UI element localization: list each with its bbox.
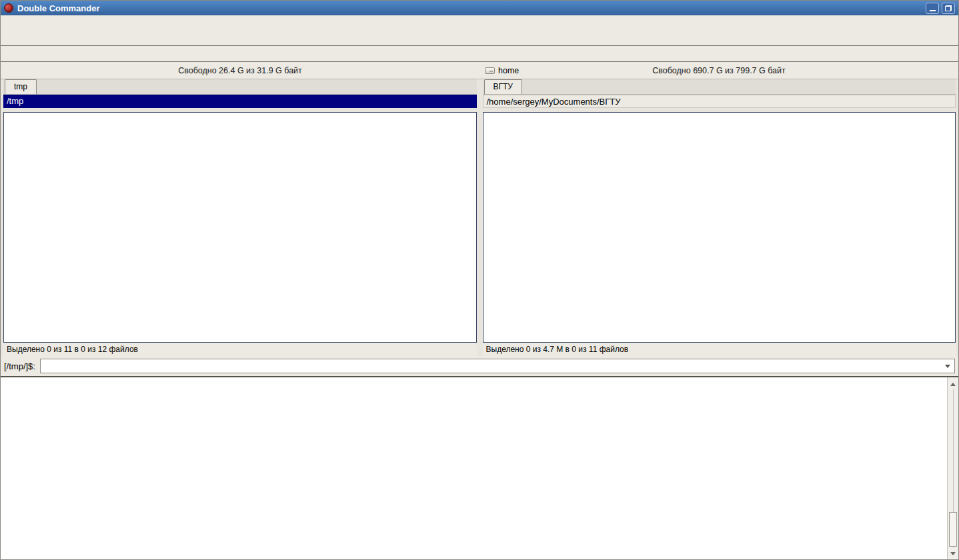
window-title: Double Commander [17,3,100,13]
command-line-input[interactable] [41,359,954,373]
free-space-left: Свободно 26.4 G из 31.9 G байт [1,62,480,79]
log-panel [1,376,958,559]
log-scrollbar[interactable] [947,377,958,559]
free-space-right: Свободно 690.7 G из 799.7 G байт [480,62,958,79]
double-commander-window: Double Commander Свободно 26.4 G из 31.9… [0,0,959,560]
drive-icon [485,67,495,74]
app-icon [4,3,13,13]
restore-button[interactable] [942,3,955,14]
scroll-down-button[interactable] [948,548,958,559]
file-panels: tmp /tmp Выделено 0 из 11 в 0 из 12 файл… [1,79,958,356]
window-buttons [926,3,955,14]
command-prompt: [/tmp/]$: [4,361,35,371]
title-bar: Double Commander [1,1,958,15]
file-list-left [4,127,476,342]
column-headers-left [4,113,476,127]
minimize-icon [930,10,936,11]
status-bar-right: Выделено 0 из 4.7 М в 0 из 11 файлов [483,343,956,356]
arrow-up-icon [950,383,956,386]
log-lines [1,381,946,559]
right-panel: ВГТУ /home/sergey/MyDocuments/ВГТУ Выдел… [483,79,956,356]
current-drive[interactable]: home [485,62,519,79]
tab-bar-left: tmp [3,79,477,95]
panel-header-left: Свободно 26.4 G из 31.9 G байт [1,62,480,79]
scrollbar-thumb[interactable] [949,512,957,547]
panel-header-right: home Свободно 690.7 G из 799.7 G байт [480,62,958,79]
arrow-down-icon [950,552,956,555]
drive-bar-right [480,46,958,61]
scroll-up-button[interactable] [948,379,958,389]
left-panel: tmp /tmp Выделено 0 из 11 в 0 из 12 файл… [3,79,477,356]
menu-bar [1,15,958,30]
panel-header-row: Свободно 26.4 G из 31.9 G байт home Своб… [1,62,958,79]
drive-bars [1,46,958,62]
current-drive-label: home [498,66,519,75]
command-history-dropdown[interactable] [942,359,952,373]
file-list-right [484,127,956,342]
column-headers-right [484,113,956,127]
tab-bar-right: ВГТУ [483,79,956,95]
tab-tmp[interactable]: tmp [5,79,37,94]
drive-bar-left [1,46,480,61]
tab-vgtu[interactable]: ВГТУ [484,79,522,94]
restore-icon [945,5,952,11]
command-line-box [40,359,955,373]
minimize-button[interactable] [926,3,939,14]
status-bar-left: Выделено 0 из 11 в 0 из 12 файлов [3,343,477,356]
path-bar-right[interactable]: /home/sergey/MyDocuments/ВГТУ [483,95,956,108]
file-list-container-right [483,112,956,343]
chevron-down-icon [945,365,950,368]
file-list-container-left [3,112,477,343]
toolbar [1,30,958,46]
command-line-bar: [/tmp/]$: [1,356,958,376]
path-bar-left[interactable]: /tmp [3,95,477,108]
